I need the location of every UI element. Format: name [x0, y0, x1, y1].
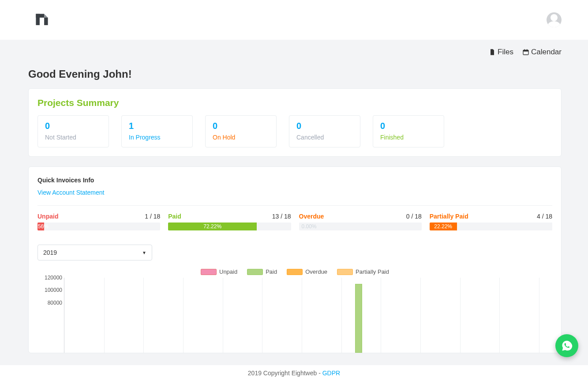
- stat-box[interactable]: 0Finished: [373, 115, 444, 147]
- grid-line: [104, 278, 105, 353]
- chart-legend: UnpaidPaidOverduePartially Paid: [37, 268, 552, 275]
- stat-label: Cancelled: [296, 134, 353, 141]
- logo-icon: [34, 12, 49, 27]
- stat-box[interactable]: 0Not Started: [37, 115, 109, 147]
- y-tick: 100000: [45, 287, 62, 293]
- legend-item[interactable]: Paid: [247, 268, 277, 275]
- svg-rect-4: [523, 50, 528, 51]
- grid-line: [420, 278, 421, 353]
- year-value: 2019: [43, 249, 57, 256]
- progress-row: Unpaid1 / 185.56%Paid13 / 1872.22%Overdu…: [37, 213, 552, 230]
- stat-box[interactable]: 0Cancelled: [289, 115, 360, 147]
- avatar[interactable]: [547, 12, 562, 27]
- progress-col: Paid13 / 1872.22%: [168, 213, 291, 230]
- grid-line: [539, 278, 539, 353]
- progress-bar: 72.22%: [168, 223, 291, 230]
- progress-col: Partially Paid4 / 1822.22%: [430, 213, 552, 230]
- file-icon: [489, 48, 496, 56]
- legend-item[interactable]: Overdue: [287, 268, 327, 275]
- progress-col: Unpaid1 / 185.56%: [37, 213, 160, 230]
- progress-name: Partially Paid: [430, 213, 468, 220]
- y-tick: 80000: [48, 300, 62, 306]
- progress-name: Paid: [168, 213, 181, 220]
- grid-line: [460, 278, 461, 353]
- progress-fraction: 13 / 18: [272, 213, 291, 220]
- stat-label: In Progress: [129, 134, 185, 141]
- progress-fraction: 4 / 18: [537, 213, 552, 220]
- files-link[interactable]: Files: [489, 48, 513, 57]
- progress-bar: 0.00%: [299, 223, 422, 230]
- legend-swatch: [247, 269, 263, 275]
- plot: [64, 278, 539, 353]
- legend-item[interactable]: Partially Paid: [337, 268, 389, 275]
- svg-rect-5: [524, 49, 525, 50]
- year-select[interactable]: 2019 ▼: [37, 245, 152, 260]
- footer: 2019 Copyright Eightweb - GDPR: [0, 365, 588, 381]
- y-tick: 120000: [45, 275, 62, 281]
- grid-line: [262, 278, 262, 353]
- whatsapp-icon: [561, 340, 573, 352]
- progress-ghost: 0.00%: [302, 223, 317, 230]
- progress-fraction: 1 / 18: [145, 213, 160, 220]
- progress-fill: 5.56%: [37, 223, 44, 230]
- grid-line: [302, 278, 302, 353]
- legend-swatch: [287, 269, 303, 275]
- legend-swatch: [337, 269, 353, 275]
- gdpr-link[interactable]: GDPR: [322, 370, 340, 377]
- divider: [37, 205, 552, 206]
- logo[interactable]: [34, 12, 49, 27]
- page-body: Files Calendar Good Evening John! Projec…: [0, 40, 588, 381]
- stat-row: 0Not Started1In Progress0On Hold0Cancell…: [37, 115, 552, 147]
- stat-value: 0: [45, 121, 101, 131]
- legend-label: Partially Paid: [356, 268, 389, 275]
- progress-name: Overdue: [299, 213, 324, 220]
- stat-label: Not Started: [45, 134, 101, 141]
- projects-summary-card: Projects Summary 0Not Started1In Progres…: [28, 88, 562, 157]
- legend-label: Unpaid: [219, 268, 237, 275]
- bar-paid: [355, 284, 362, 353]
- y-axis: 12000010000080000: [37, 278, 62, 353]
- topbar: [0, 0, 588, 40]
- grid-line: [499, 278, 500, 353]
- progress-fill: 22.22%: [430, 223, 457, 230]
- progress-fraction: 0 / 18: [406, 213, 422, 220]
- projects-title: Projects Summary: [37, 98, 552, 108]
- stat-label: Finished: [380, 134, 437, 141]
- legend-swatch: [201, 269, 217, 275]
- calendar-label: Calendar: [531, 48, 562, 57]
- stat-box[interactable]: 1In Progress: [121, 115, 193, 147]
- chart-area: 12000010000080000: [64, 278, 539, 353]
- stat-value: 0: [213, 121, 269, 131]
- legend-item[interactable]: Unpaid: [201, 268, 237, 275]
- grid-line: [341, 278, 342, 353]
- stat-value: 0: [296, 121, 353, 131]
- legend-label: Overdue: [305, 268, 327, 275]
- svg-rect-1: [36, 14, 40, 25]
- stat-label: On Hold: [213, 134, 269, 141]
- progress-fill: 72.22%: [168, 223, 257, 230]
- view-statement-link[interactable]: View Account Statement: [37, 189, 105, 196]
- footer-text: 2019 Copyright Eightweb -: [248, 370, 322, 377]
- svg-rect-2: [44, 18, 48, 25]
- caret-icon: ▼: [142, 250, 146, 255]
- svg-rect-6: [527, 49, 527, 50]
- progress-col: Overdue0 / 180.00%: [299, 213, 422, 230]
- stat-value: 0: [380, 121, 437, 131]
- progress-name: Unpaid: [37, 213, 58, 220]
- grid-line: [143, 278, 144, 353]
- top-nav: Files Calendar: [0, 40, 588, 59]
- grid-line: [381, 278, 381, 353]
- progress-bar: 22.22%: [430, 223, 552, 230]
- stat-value: 1: [129, 121, 185, 131]
- greeting: Good Evening John!: [28, 68, 562, 80]
- legend-label: Paid: [266, 268, 277, 275]
- progress-bar: 5.56%: [37, 223, 160, 230]
- invoices-title: Quick Invoices Info: [37, 177, 552, 184]
- invoices-card: Quick Invoices Info View Account Stateme…: [28, 166, 562, 353]
- stat-box[interactable]: 0On Hold: [205, 115, 277, 147]
- files-label: Files: [498, 48, 513, 57]
- calendar-link[interactable]: Calendar: [522, 48, 562, 57]
- grid-line: [223, 278, 223, 353]
- whatsapp-fab[interactable]: [555, 334, 578, 357]
- calendar-icon: [522, 48, 529, 56]
